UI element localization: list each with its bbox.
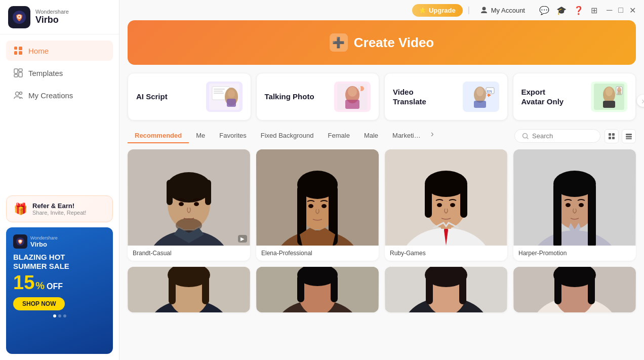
avatar-8-svg [513,267,636,312]
svg-rect-23 [227,99,236,107]
window-controls: ─ □ ✕ [607,6,636,15]
titlebar: Upgrade | My Account 💬 🎓 ❓ ⊞ ─ □ ✕ [119,0,644,20]
titlebar-icons: 💬 🎓 ❓ ⊞ [539,6,597,15]
avatar-6-svg [256,267,379,312]
svg-rect-27 [345,100,359,109]
svg-rect-50 [626,134,632,135]
svg-rect-18 [214,89,225,90]
feature-card-ai-script[interactable]: AI Script [128,73,251,121]
promo-dot-3 [63,314,66,317]
search-box[interactable] [514,129,600,143]
svg-point-73 [321,204,327,208]
avatar-elena-svg [256,149,379,246]
search-icon [522,133,529,140]
svg-rect-4 [14,51,17,55]
filter-tab-male[interactable]: Male [357,129,385,143]
my-account-button[interactable]: My Account [475,4,530,17]
video-translate-image: EN 中 [466,84,496,110]
academic-icon[interactable]: 🎓 [556,6,567,15]
avatar-image-8 [513,267,636,312]
promo-name: Virbo [30,241,58,248]
templates-icon [13,68,23,78]
sidebar-item-my-creations[interactable]: My Creations [6,85,113,105]
svg-rect-33 [474,101,486,108]
refer-card[interactable]: 🎁 Refer & Earn! Share, Invite, Repeat! [6,195,113,222]
svg-point-14 [19,240,21,243]
view-toggles [605,129,636,143]
promo-logo: Wondershare Virbo [13,234,106,249]
avatar-badge: ▶ [238,235,247,243]
list-view-icon [625,133,632,140]
promo-discount: 15 % OFF [13,273,106,292]
svg-rect-8 [19,69,22,71]
filter-tab-marketing[interactable]: Marketi… [385,129,428,143]
filter-tab-me[interactable]: Me [189,129,212,143]
avatar-card-ruby[interactable]: Ruby-Games [385,149,507,261]
create-video-banner[interactable]: ➕ Create Video [128,20,636,65]
talking-photo-image [337,84,368,110]
grid-view-button[interactable] [605,129,619,143]
shop-now-button[interactable]: SHOP NOW [13,297,65,310]
templates-label: Templates [28,69,63,77]
avatar-image-5 [128,267,250,312]
talking-photo-preview [334,82,371,112]
svg-point-12 [20,92,22,95]
avatar-ruby-svg [385,149,507,246]
close-button[interactable]: ✕ [629,6,636,15]
sidebar: Wondershare Virbo Home Templates [0,0,119,360]
export-avatar-image [594,84,624,110]
help-icon[interactable]: ❓ [574,6,584,15]
feature-card-export-avatar[interactable]: ExportAvatar Only [513,73,636,121]
ai-script-image [209,84,239,110]
grid-icon[interactable]: ⊞ [591,6,597,15]
sidebar-item-templates[interactable]: Templates [6,63,113,83]
svg-point-63 [194,202,199,206]
svg-point-58 [167,172,211,203]
ai-script-label: AI Script [136,92,168,102]
filter-section: Recommended Me Favorites Fixed Backgroun… [119,129,644,149]
avatar-card-7[interactable] [385,267,507,312]
svg-point-71 [297,171,338,199]
promo-card[interactable]: Wondershare Virbo BLAZING HOTSUMMER SALE… [6,227,113,354]
minimize-button[interactable]: ─ [607,6,612,15]
feature-card-talking-photo[interactable]: Talking Photo [256,73,380,121]
logo-name: Virbo [35,15,69,25]
search-input[interactable] [532,132,593,140]
filter-more-button[interactable]: › [428,129,437,143]
svg-rect-100 [202,274,209,304]
account-icon [480,6,488,14]
sidebar-item-home[interactable]: Home [6,41,113,61]
filter-tab-favorites[interactable]: Favorites [212,129,253,143]
avatar-name-harper: Harper-Promotion [513,246,636,261]
message-icon[interactable]: 💬 [539,6,549,15]
avatar-card-8[interactable] [513,267,636,312]
svg-point-72 [308,204,313,208]
export-avatar-preview [591,82,627,112]
avatar-image-harper [513,149,636,246]
avatar-harper-svg [513,149,636,246]
promo-pct-sign: % [35,280,45,292]
my-creations-icon [13,90,23,100]
svg-rect-46 [609,133,611,136]
refer-text: Refer & Earn! Share, Invite, Repeat! [32,202,86,216]
list-view-button[interactable] [622,129,636,143]
filter-tab-recommended[interactable]: Recommended [128,129,189,143]
avatar-card-brandt[interactable]: ▶ Brandt-Casual [128,149,250,261]
scroll-right-button[interactable]: › [637,95,644,107]
svg-point-43 [618,87,621,90]
filter-tab-fixed-background[interactable]: Fixed Background [254,129,321,143]
filter-tab-female[interactable]: Female [321,129,357,143]
upgrade-button[interactable]: Upgrade [412,4,463,17]
avatar-card-5[interactable] [128,267,250,312]
sidebar-nav: Home Templates My Creations [0,34,119,189]
promo-headline: BLAZING HOTSUMMER SALE [13,253,106,271]
maximize-button[interactable]: □ [618,6,623,15]
avatar-card-elena[interactable]: Elena-Professional [256,149,379,261]
avatar-card-6[interactable] [256,267,379,312]
avatar-card-harper[interactable]: Harper-Promotion [513,149,636,261]
promo-dot-2 [58,314,61,317]
feature-card-video-translate[interactable]: VideoTranslate EN 中 [384,73,508,121]
svg-point-32 [476,87,484,96]
svg-point-26 [348,87,357,97]
logo-area: Wondershare Virbo [0,0,119,34]
